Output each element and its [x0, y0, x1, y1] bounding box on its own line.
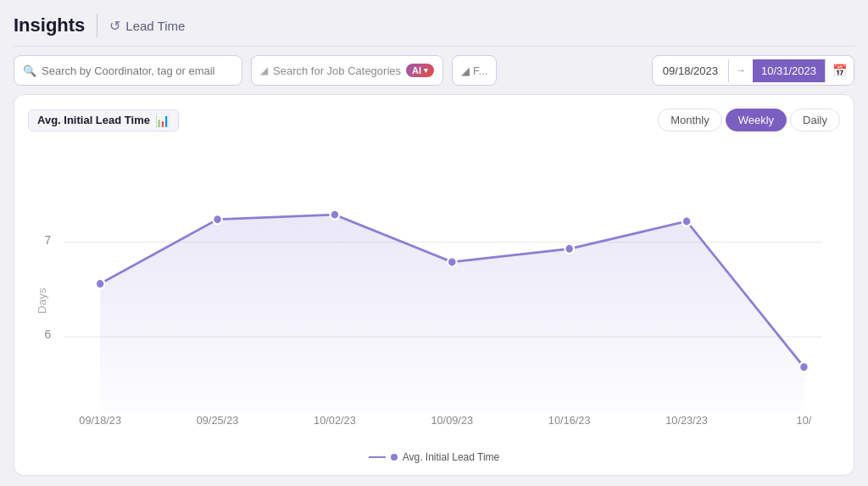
svg-text:10/: 10/ — [797, 413, 812, 426]
breadcrumb: ↺ Lead Time — [109, 18, 185, 34]
coordinator-search-box[interactable]: 🔍 — [14, 55, 242, 86]
chart-title-text: Avg. Initial Lead Time — [37, 114, 150, 126]
job-categories-filter[interactable]: ◢ Search for Job Categories AI ▾ — [251, 55, 443, 86]
chart-area: 7 6 Days 09/18/23 09/25/23 10/02/23 10/0… — [28, 140, 840, 443]
page-title: Insights — [14, 14, 85, 36]
svg-text:10/23/23: 10/23/23 — [665, 413, 708, 426]
line-chart-svg: 7 6 Days 09/18/23 09/25/23 10/02/23 10/0… — [28, 140, 840, 443]
svg-point-18 — [682, 216, 692, 226]
filter-short-label: F... — [473, 64, 487, 77]
svg-text:09/25/23: 09/25/23 — [197, 413, 239, 426]
history-icon: ↺ — [109, 18, 120, 34]
legend-label: Avg. Initial Lead Time — [403, 451, 500, 463]
svg-text:09/18/23: 09/18/23 — [79, 413, 121, 426]
svg-text:10/16/23: 10/16/23 — [548, 413, 591, 426]
svg-point-14 — [213, 215, 222, 224]
svg-point-16 — [448, 257, 457, 266]
svg-point-19 — [799, 362, 809, 371]
period-buttons: Monthly Weekly Daily — [658, 109, 840, 131]
date-end[interactable]: 10/31/2023 — [753, 59, 825, 82]
svg-point-13 — [96, 279, 105, 288]
chevron-down-icon: ▾ — [424, 66, 428, 75]
legend-dot — [391, 454, 398, 461]
breadcrumb-label: Lead Time — [125, 19, 185, 33]
date-arrow: → — [729, 64, 753, 76]
date-start[interactable]: 09/18/2023 — [653, 59, 729, 82]
filter-short-box[interactable]: ◢ F... — [452, 55, 497, 86]
svg-point-17 — [565, 244, 574, 254]
legend-line — [369, 456, 386, 458]
header-divider — [97, 14, 97, 37]
page: Insights ↺ Lead Time 🔍 ◢ Search for Job … — [0, 0, 868, 486]
chart-container: Avg. Initial Lead Time 📊 Monthly Weekly … — [14, 94, 854, 476]
coordinator-search-input[interactable] — [42, 64, 233, 77]
svg-marker-12 — [100, 215, 804, 410]
ai-badge: AI ▾ — [406, 64, 434, 77]
daily-button[interactable]: Daily — [790, 109, 840, 131]
search-icon: 🔍 — [23, 64, 36, 77]
chart-header: Avg. Initial Lead Time 📊 Monthly Weekly … — [28, 109, 840, 131]
weekly-button[interactable]: Weekly — [726, 109, 787, 131]
funnel-icon: ◢ — [260, 64, 268, 76]
svg-text:10/09/23: 10/09/23 — [431, 413, 473, 426]
chart-legend: Avg. Initial Lead Time — [28, 451, 840, 466]
funnel-icon-2: ◢ — [461, 64, 470, 77]
header: Insights ↺ Lead Time — [14, 10, 854, 47]
svg-text:10/02/23: 10/02/23 — [314, 413, 356, 426]
bar-chart-icon: 📊 — [155, 114, 170, 127]
svg-text:7: 7 — [45, 232, 52, 246]
filters-row: 🔍 ◢ Search for Job Categories AI ▾ ◢ F..… — [14, 55, 854, 86]
calendar-icon[interactable]: 📅 — [825, 59, 854, 82]
ai-label: AI — [412, 65, 421, 75]
svg-text:Days: Days — [36, 288, 49, 314]
svg-text:6: 6 — [45, 327, 52, 341]
chart-title-box: Avg. Initial Lead Time 📊 — [28, 109, 179, 131]
monthly-button[interactable]: Monthly — [658, 109, 722, 131]
job-categories-label: Search for Job Categories — [273, 64, 401, 77]
svg-point-15 — [331, 210, 340, 220]
date-range-picker[interactable]: 09/18/2023 → 10/31/2023 📅 — [652, 55, 854, 86]
